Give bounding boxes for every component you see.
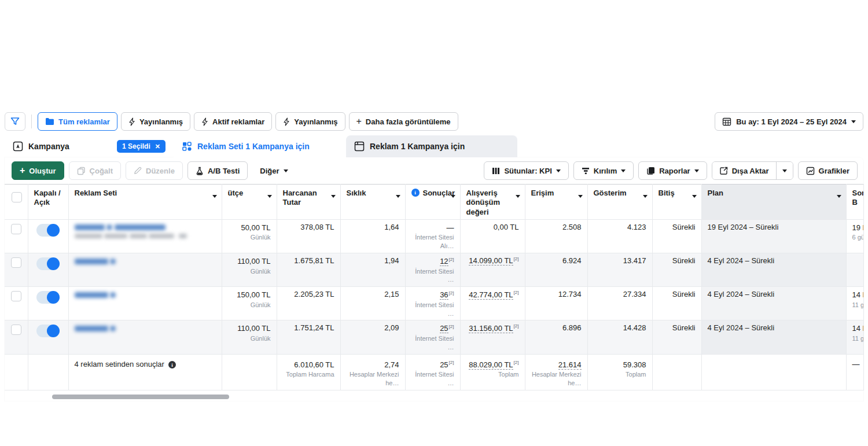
header-impressions[interactable]: Gösterim: [587, 185, 652, 220]
row-checkbox[interactable]: [11, 224, 21, 234]
selected-count-badge[interactable]: 1 Seçildi ✕: [117, 140, 165, 153]
adset-toggle[interactable]: [36, 291, 60, 304]
frequency-cell: 1,64: [340, 219, 405, 253]
row-select-cell: [5, 320, 28, 354]
reports-button[interactable]: Raporlar: [638, 161, 707, 180]
plus-icon: +: [20, 165, 25, 176]
sort-caret-icon[interactable]: [396, 195, 400, 198]
duplicate-button[interactable]: Çoğalt: [69, 161, 121, 180]
columns-button[interactable]: Sütunlar: KPI: [484, 161, 568, 180]
header-spent[interactable]: Harcanan Tutar: [277, 185, 340, 220]
close-icon[interactable]: ✕: [155, 143, 160, 150]
header-end[interactable]: Bitiş: [652, 185, 701, 220]
results-cell: 36[2]İnternet Sitesi …: [405, 287, 460, 320]
header-budget[interactable]: ütçe: [222, 185, 277, 220]
tab-campaign[interactable]: Kampanya 1 Seçildi ✕: [5, 135, 174, 157]
summary-last-edit-cell: —: [846, 354, 863, 390]
row-checkbox[interactable]: [11, 325, 21, 335]
spent-cell: 2.205,23 TL: [277, 287, 340, 320]
more-button[interactable]: Diğer: [252, 161, 295, 180]
filter-chip-published-2[interactable]: Yayınlanmış: [275, 112, 345, 131]
info-icon[interactable]: i: [411, 189, 420, 197]
filter-chip-published-1[interactable]: Yayınlanmış: [121, 112, 190, 131]
sort-caret-icon[interactable]: [692, 195, 697, 198]
sort-caret-icon[interactable]: [837, 195, 841, 198]
columns-icon: [492, 167, 500, 175]
sort-caret-icon[interactable]: [212, 195, 217, 198]
header-results[interactable]: iSonuçlar: [405, 185, 460, 220]
summary-frequency-cell: 2,74Hesaplar Merkezi he…: [340, 354, 405, 390]
sort-caret-icon[interactable]: [451, 195, 455, 198]
sort-caret-icon[interactable]: [578, 195, 583, 198]
adset-toggle[interactable]: [36, 224, 60, 237]
adset-name-cell[interactable]: [68, 320, 222, 354]
chevron-down-icon: [694, 169, 699, 172]
filter-chip-more-views[interactable]: + Daha fazla görüntüleme: [349, 112, 458, 131]
adset-toggle[interactable]: [36, 325, 60, 337]
header-last-edit[interactable]: Son B: [846, 185, 863, 220]
tab-ad[interactable]: Reklam 1 Kampanya için: [346, 135, 517, 157]
select-all-header: [5, 185, 28, 220]
more-button-label: Diğer: [260, 167, 279, 175]
header-onoff: Kapalı / Açık: [28, 185, 68, 220]
export-icon: [719, 167, 728, 175]
export-button[interactable]: Dışa Aktar: [712, 162, 776, 179]
row-toggle-cell: [28, 287, 68, 320]
sort-caret-icon[interactable]: [643, 195, 648, 198]
duplicate-icon: [77, 167, 86, 175]
header-frequency[interactable]: Sıklık: [340, 185, 405, 220]
campaign-icon: [13, 141, 23, 152]
sort-caret-icon[interactable]: [267, 195, 272, 198]
end-cell: Sürekli: [652, 253, 701, 286]
ab-test-button-label: A/B Testi: [208, 167, 240, 175]
create-button[interactable]: + Oluştur: [12, 161, 64, 180]
row-checkbox[interactable]: [11, 257, 21, 268]
filters-button[interactable]: [5, 112, 25, 131]
export-menu-button[interactable]: [776, 162, 793, 179]
header-schedule[interactable]: Plan: [701, 185, 846, 220]
ad-frame-icon: [354, 141, 365, 152]
ab-test-button[interactable]: A/B Testi: [187, 161, 248, 180]
export-button-label: Dışa Aktar: [732, 167, 769, 175]
results-cell: 12[2]İnternet Sitesi …: [405, 253, 460, 286]
edit-button[interactable]: Düzenle: [126, 161, 183, 180]
budget-cell: 110,00 TLGünlük: [222, 320, 277, 354]
charts-button[interactable]: Grafikler: [798, 161, 858, 180]
chevron-down-icon: [284, 169, 288, 172]
impressions-cell: 27.334: [587, 287, 652, 320]
summary-empty-cell: [28, 354, 68, 390]
tab-adset[interactable]: Reklam Seti 1 Kampanya için: [174, 135, 346, 157]
filter-chip-all-ads[interactable]: Tüm reklamlar: [38, 112, 117, 131]
header-reach[interactable]: Erişim: [525, 185, 587, 220]
breakdown-button-label: Kırılım: [594, 167, 617, 175]
adset-toggle[interactable]: [36, 257, 60, 270]
info-icon[interactable]: i: [168, 361, 176, 368]
lightning-icon: [283, 117, 290, 126]
adset-name-cell[interactable]: [68, 219, 222, 253]
frequency-cell: 2,15: [340, 287, 405, 320]
row-checkbox[interactable]: [11, 291, 21, 301]
ads-manager-app: Tüm reklamlar Yayınlanmış Aktif reklamla…: [5, 111, 863, 401]
last-edit-cell: 14 Eyl11 gün: [846, 320, 863, 354]
create-button-label: Oluştur: [29, 167, 56, 175]
sort-caret-icon[interactable]: [516, 195, 520, 198]
chevron-down-icon: [782, 169, 787, 172]
select-all-checkbox[interactable]: [12, 192, 22, 202]
tab-ad-label: Reklam 1 Kampanya için: [370, 142, 465, 151]
reach-cell: 12.734: [525, 287, 587, 320]
summary-empty-cell: [5, 354, 28, 390]
toolbar-divider: [31, 115, 32, 128]
breakdown-button[interactable]: Kırılım: [573, 161, 634, 180]
impressions-cell: 14.428: [587, 320, 652, 354]
sort-caret-icon[interactable]: [331, 195, 336, 198]
header-purchase-value[interactable]: Alışveriş dönüşüm değeri: [460, 185, 525, 220]
adset-name-cell[interactable]: [68, 253, 222, 286]
scrollbar-thumb[interactable]: [52, 395, 229, 399]
filter-chip-active-ads[interactable]: Aktif reklamlar: [194, 112, 272, 131]
header-adset[interactable]: Reklam Seti: [68, 185, 222, 220]
date-range-button[interactable]: Bu ay: 1 Eyl 2024 – 25 Eyl 2024: [715, 112, 863, 131]
filter-chip-label: Tüm reklamlar: [58, 117, 110, 126]
summary-budget-cell: [222, 354, 277, 390]
row-select-cell: [5, 219, 28, 253]
adset-name-cell[interactable]: [68, 287, 222, 320]
